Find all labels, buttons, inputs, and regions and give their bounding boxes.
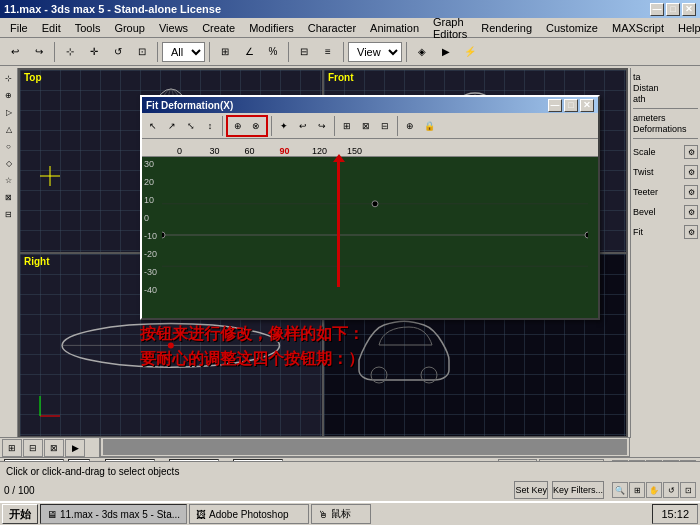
fit-tb-sym2[interactable]: ⊗ <box>247 117 265 135</box>
fit-tb-btn7[interactable]: ↪ <box>313 117 331 135</box>
fit-tb-btn3[interactable]: ⤡ <box>182 117 200 135</box>
redo-button[interactable]: ↪ <box>28 41 50 63</box>
fit-tb-btn9[interactable]: ⊠ <box>357 117 375 135</box>
material-editor-btn[interactable]: ◈ <box>411 41 433 63</box>
menu-character[interactable]: Character <box>302 20 362 36</box>
title-text: 11.max - 3ds max 5 - Stand-alone License <box>4 3 221 15</box>
side-btn-2[interactable]: ⊕ <box>1 87 17 103</box>
rotate-button[interactable]: ↺ <box>107 41 129 63</box>
side-btn-1[interactable]: ⊹ <box>1 70 17 86</box>
fit-tb-btn12[interactable]: 🔒 <box>420 117 438 135</box>
menu-file[interactable]: File <box>4 20 34 36</box>
zoom-in-btn[interactable]: 🔍 <box>612 482 628 498</box>
key-filters-button[interactable]: Key Filters... <box>552 481 604 499</box>
set-key-button[interactable]: Set Key <box>514 481 548 499</box>
fit-dialog-close[interactable]: ✕ <box>580 99 594 112</box>
menu-rendering[interactable]: Rendering <box>475 20 538 36</box>
side-btn-8[interactable]: ⊠ <box>1 189 17 205</box>
fit-tb-btn6[interactable]: ↩ <box>294 117 312 135</box>
mini-btn-3[interactable]: ⊠ <box>44 439 64 457</box>
rp-scale-button[interactable]: ⚙ <box>684 145 698 159</box>
fit-dialog-minimize[interactable]: — <box>548 99 562 112</box>
snap-btn[interactable]: ⊞ <box>214 41 236 63</box>
fit-tb-btn8[interactable]: ⊞ <box>338 117 356 135</box>
y-axis-labels: 30 20 10 0 -10 -20 -30 -40 <box>144 159 157 303</box>
fit-sep2 <box>271 116 272 136</box>
side-btn-6[interactable]: ◇ <box>1 155 17 171</box>
side-btn-3[interactable]: ▷ <box>1 104 17 120</box>
rp-fit-button[interactable]: ⚙ <box>684 225 698 239</box>
start-button[interactable]: 开始 <box>2 504 38 524</box>
side-btn-4[interactable]: △ <box>1 121 17 137</box>
svg-point-26 <box>372 201 378 207</box>
timeline-track[interactable] <box>103 439 627 455</box>
move-button[interactable]: ✛ <box>83 41 105 63</box>
side-btn-5[interactable]: ○ <box>1 138 17 154</box>
menu-edit[interactable]: Edit <box>36 20 67 36</box>
fit-tb-sym1[interactable]: ⊕ <box>229 117 247 135</box>
rp-deformations-label: Deformations <box>633 124 698 134</box>
rp-twist-label: Twist <box>633 167 654 177</box>
rp-teeter-button[interactable]: ⚙ <box>684 185 698 199</box>
viewport-top-label: Top <box>24 72 42 83</box>
svg-point-25 <box>162 232 165 238</box>
menu-views[interactable]: Views <box>153 20 194 36</box>
view-dropdown[interactable]: View <box>348 42 402 62</box>
rp-distan-label: Distan <box>633 83 698 93</box>
fit-dialog-maximize[interactable]: □ <box>564 99 578 112</box>
quick-render-btn[interactable]: ⚡ <box>459 41 481 63</box>
fit-tb-btn1[interactable]: ↖ <box>144 117 162 135</box>
rp-fit-label: Fit <box>633 227 643 237</box>
taskbar-mouse[interactable]: 🖱 鼠标 <box>311 504 371 524</box>
menu-maxscript[interactable]: MAXScript <box>606 20 670 36</box>
minimize-button[interactable]: — <box>650 3 664 16</box>
rp-bevel-button[interactable]: ⚙ <box>684 205 698 219</box>
arc-rotate-btn[interactable]: ↺ <box>663 482 679 498</box>
viewport-front-label: Front <box>328 72 354 83</box>
selection-filter-dropdown[interactable]: All <box>162 42 205 62</box>
mini-btn-1[interactable]: ⊞ <box>2 439 22 457</box>
fit-tb-btn4[interactable]: ↕ <box>201 117 219 135</box>
mini-btn-2[interactable]: ⊟ <box>23 439 43 457</box>
side-btn-7[interactable]: ☆ <box>1 172 17 188</box>
right-panel: ta Distan ath ameters Deformations Scale… <box>630 68 700 438</box>
select-button[interactable]: ⊹ <box>59 41 81 63</box>
taskbar-photoshop[interactable]: 🖼 Adobe Photoshop <box>189 504 309 524</box>
fit-tb-btn5[interactable]: ✦ <box>275 117 293 135</box>
scale-button[interactable]: ⊡ <box>131 41 153 63</box>
mini-btn-play[interactable]: ▶ <box>65 439 85 457</box>
pan-btn[interactable]: ✋ <box>646 482 662 498</box>
system-clock: 15:12 <box>652 504 698 524</box>
menu-modifiers[interactable]: Modifiers <box>243 20 300 36</box>
menu-help[interactable]: Help <box>672 20 700 36</box>
maximize-button[interactable]: □ <box>666 3 680 16</box>
rp-twist-button[interactable]: ⚙ <box>684 165 698 179</box>
taskbar-3dsmax[interactable]: 🖥 11.max - 3ds max 5 - Sta... <box>40 504 187 524</box>
mirror-btn[interactable]: ⊟ <box>293 41 315 63</box>
fit-tb-btn2[interactable]: ↗ <box>163 117 181 135</box>
render-scene-btn[interactable]: ▶ <box>435 41 457 63</box>
fit-dialog-title-text: Fit Deformation(X) <box>146 100 233 111</box>
menu-animation[interactable]: Animation <box>364 20 425 36</box>
fit-tb-btn11[interactable]: ⊕ <box>401 117 419 135</box>
menu-graph-editors[interactable]: Graph Editors <box>427 14 473 42</box>
main-toolbar: ↩ ↪ ⊹ ✛ ↺ ⊡ All ⊞ ∠ % ⊟ ≡ View ◈ ▶ ⚡ <box>0 38 700 66</box>
rp-scale-label: Scale <box>633 147 656 157</box>
menu-create[interactable]: Create <box>196 20 241 36</box>
menu-group[interactable]: Group <box>108 20 151 36</box>
fit-tb-btn10[interactable]: ⊟ <box>376 117 394 135</box>
side-btn-9[interactable]: ⊟ <box>1 206 17 222</box>
zoom-all-btn[interactable]: ⊞ <box>629 482 645 498</box>
menu-tools[interactable]: Tools <box>69 20 107 36</box>
zoom-region-btn[interactable]: ⊡ <box>680 482 696 498</box>
percent-snap-btn[interactable]: % <box>262 41 284 63</box>
align-btn[interactable]: ≡ <box>317 41 339 63</box>
ruler-0: 0 <box>162 146 197 156</box>
close-button[interactable]: ✕ <box>682 3 696 16</box>
angle-snap-btn[interactable]: ∠ <box>238 41 260 63</box>
undo-button[interactable]: ↩ <box>4 41 26 63</box>
fit-dialog-title-bar[interactable]: Fit Deformation(X) — □ ✕ <box>142 97 598 113</box>
separator2 <box>157 42 158 62</box>
menu-customize[interactable]: Customize <box>540 20 604 36</box>
timeline[interactable] <box>100 437 630 457</box>
